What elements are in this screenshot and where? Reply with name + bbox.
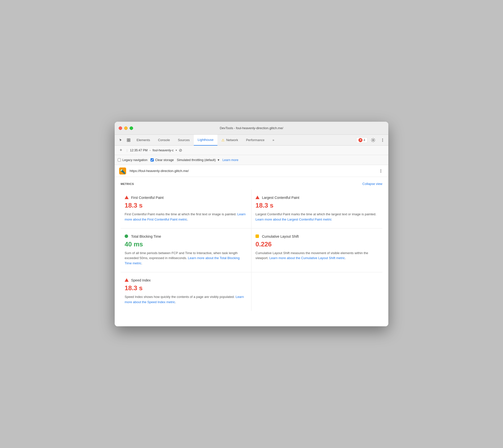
svg-point-5 — [382, 138, 383, 139]
svg-rect-1 — [129, 139, 130, 140]
traffic-lights — [119, 126, 133, 130]
no-entry-icon[interactable]: ⊘ — [179, 148, 182, 153]
si-name: Speed Index — [131, 278, 151, 282]
minimize-button[interactable] — [124, 126, 128, 130]
close-button[interactable] — [119, 126, 122, 130]
metric-fcp-header: First Contentful Paint — [125, 196, 246, 200]
cls-name: Cumulative Layout Shift — [262, 234, 299, 238]
legacy-nav-input[interactable] — [118, 158, 121, 162]
cls-learn-more-link[interactable]: Learn more about the Cumulative Layout S… — [269, 256, 345, 260]
svg-point-7 — [382, 141, 383, 142]
svg-rect-2 — [127, 140, 128, 142]
si-indicator-icon — [125, 278, 129, 282]
fcp-learn-more-link[interactable]: Learn more about the First Contentful Pa… — [125, 212, 246, 221]
tab-performance[interactable]: Performance — [242, 135, 268, 146]
error-count: 4 — [363, 138, 365, 142]
metric-si-header: Speed Index — [125, 278, 246, 282]
lcp-indicator-icon — [255, 196, 259, 200]
tab-network[interactable]: ⚠ Network — [217, 135, 242, 146]
lcp-learn-more-link[interactable]: Learn more about the Largest Contentful … — [255, 218, 332, 221]
maximize-button[interactable] — [130, 126, 133, 130]
url-menu-icon[interactable] — [377, 168, 384, 174]
tab-lighthouse[interactable]: Lighthouse — [194, 135, 218, 146]
metric-cls-header: Cumulative Layout Shift — [255, 234, 377, 238]
dropdown-arrow-icon[interactable]: ▾ — [176, 149, 177, 152]
more-options-icon[interactable] — [379, 136, 386, 144]
svg-point-10 — [381, 169, 381, 170]
error-badge[interactable]: ✕ 4 — [356, 137, 367, 143]
tab-sources[interactable]: Sources — [174, 135, 194, 146]
window-title: DevTools - foul-heavenly-direction.glitc… — [220, 126, 283, 130]
fcp-value: 18.3 s — [125, 202, 246, 209]
svg-point-6 — [382, 140, 383, 140]
timestamp: 12:35:47 PM — [130, 149, 148, 152]
throttle-arrow-icon[interactable]: ▾ — [218, 158, 219, 162]
inspector-icon[interactable] — [125, 136, 133, 144]
domain-label: foul-heavenly-c — [152, 149, 174, 152]
content-area: METRICS Collapse view First Contentful P… — [115, 177, 388, 326]
lcp-desc: Largest Contentful Paint marks the time … — [255, 212, 377, 222]
add-button[interactable]: + — [118, 147, 124, 154]
tab-console[interactable]: Console — [154, 135, 174, 146]
metric-lcp: Largest Contentful Paint 18.3 s Largest … — [252, 190, 382, 228]
lcp-value: 18.3 s — [255, 202, 377, 209]
fcp-name: First Contentful Paint — [131, 196, 164, 200]
title-bar: DevTools - foul-heavenly-direction.glitc… — [115, 122, 388, 135]
metric-fcp: First Contentful Paint 18.3 s First Cont… — [121, 190, 252, 228]
url-text: https://foul-heavenly-direction.glitch.m… — [130, 169, 374, 173]
tab-right-controls: ✕ 4 — [356, 136, 386, 144]
cls-desc: Cumulative Layout Shift measures the mov… — [255, 251, 377, 261]
tab-bar: Elements Console Sources Lighthouse ⚠ Ne… — [115, 135, 388, 146]
throttle-select: Simulated throttling (default) ▾ — [177, 158, 219, 162]
metrics-header: METRICS Collapse view — [121, 182, 382, 186]
cursor-icon[interactable] — [117, 136, 125, 144]
settings-icon[interactable] — [369, 136, 377, 144]
tbt-name: Total Blocking Time — [131, 234, 161, 238]
metric-cls: Cumulative Layout Shift 0.226 Cumulative… — [252, 228, 382, 272]
timestamp-bar: + | 12:35:47 PM - foul-heavenly-c ▾ ⊘ — [115, 146, 388, 155]
tbt-desc: Sum of all time periods between FCP and … — [125, 251, 246, 266]
collapse-view-button[interactable]: Collapse view — [362, 182, 382, 186]
tbt-value: 40 ms — [125, 240, 246, 248]
svg-point-4 — [373, 139, 374, 141]
devtools-window: DevTools - foul-heavenly-direction.glitc… — [115, 122, 388, 326]
cls-value: 0.226 — [255, 240, 377, 248]
metric-si: Speed Index 18.3 s Speed Index shows how… — [121, 272, 252, 311]
lighthouse-icon: 🔦 — [119, 167, 127, 175]
url-bar: 🔦 https://foul-heavenly-direction.glitch… — [115, 165, 388, 177]
svg-point-12 — [381, 172, 381, 172]
lcp-name: Largest Contentful Paint — [262, 196, 299, 200]
svg-rect-0 — [127, 139, 128, 140]
fcp-desc: First Contentful Paint marks the time at… — [125, 212, 246, 222]
metrics-title: METRICS — [121, 182, 134, 185]
clear-storage-checkbox[interactable]: Clear storage — [151, 158, 174, 162]
tbt-learn-more-link[interactable]: Learn more about the Total Blocking Time… — [125, 256, 240, 265]
si-learn-more-link[interactable]: Learn more about the Speed Index metric — [125, 295, 244, 304]
error-icon: ✕ — [358, 138, 362, 142]
tab-more[interactable]: » — [268, 135, 278, 146]
clear-storage-input[interactable] — [151, 158, 154, 162]
cls-indicator-icon — [255, 234, 259, 238]
tab-elements[interactable]: Elements — [133, 135, 154, 146]
fcp-indicator-icon — [125, 196, 129, 200]
warning-icon: ⚠ — [221, 138, 225, 142]
tbt-indicator-icon — [125, 234, 129, 238]
metric-lcp-header: Largest Contentful Paint — [255, 196, 377, 200]
si-value: 18.3 s — [125, 284, 246, 292]
metric-tbt-header: Total Blocking Time — [125, 234, 246, 238]
svg-point-11 — [381, 170, 381, 171]
svg-text:🔦: 🔦 — [120, 169, 126, 174]
metric-tbt: Total Blocking Time 40 ms Sum of all tim… — [121, 228, 252, 272]
si-desc: Speed Index shows how quickly the conten… — [125, 294, 246, 305]
svg-rect-3 — [129, 140, 130, 142]
toolbar: Legacy navigation Clear storage Simulate… — [115, 155, 388, 165]
metrics-grid: First Contentful Paint 18.3 s First Cont… — [121, 190, 382, 311]
toolbar-options: Legacy navigation Clear storage Simulate… — [118, 158, 238, 162]
learn-more-link[interactable]: Learn more — [222, 158, 238, 162]
legacy-nav-checkbox[interactable]: Legacy navigation — [118, 158, 148, 162]
